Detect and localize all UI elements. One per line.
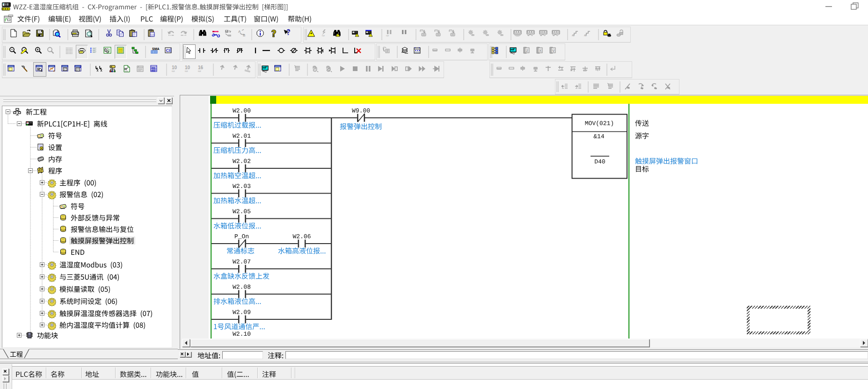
svg-text:X: X [539, 49, 542, 53]
svg-text:ror: ror [172, 70, 175, 72]
svg-text:ror: ror [322, 34, 325, 37]
svg-text:ror: ror [572, 34, 575, 37]
svg-text:SMA: SMA [152, 47, 160, 50]
svg-text:CI: CI [166, 48, 170, 53]
svg-text:ror: ror [386, 34, 389, 37]
svg-text:ror: ror [584, 34, 587, 37]
svg-text:V: V [552, 49, 555, 53]
svg-text:A: A [238, 29, 241, 34]
svg-text:B: B [243, 33, 245, 37]
svg-text:002: 002 [151, 70, 155, 72]
svg-text:CG: CG [151, 33, 155, 36]
svg-text:Z: Z [526, 49, 528, 53]
svg-text:ror: ror [198, 70, 201, 72]
svg-text:001: 001 [151, 67, 155, 69]
svg-text:ror: ror [185, 70, 188, 72]
